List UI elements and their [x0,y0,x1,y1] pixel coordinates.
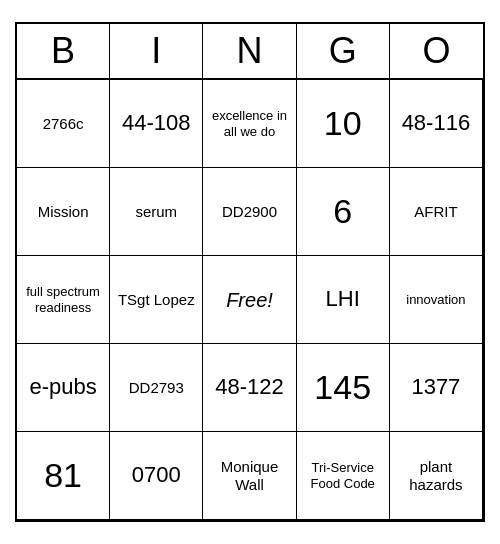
bingo-cell: DD2793 [110,344,203,432]
header-letter: G [297,24,390,78]
bingo-cell: 145 [297,344,390,432]
bingo-cell: e-pubs [17,344,110,432]
bingo-cell: AFRIT [390,168,483,256]
bingo-cell: excellence in all we do [203,80,296,168]
bingo-cell: Free! [203,256,296,344]
bingo-cell: plant hazards [390,432,483,520]
bingo-cell: Tri-Service Food Code [297,432,390,520]
bingo-cell: 6 [297,168,390,256]
bingo-cell: 10 [297,80,390,168]
bingo-cell: DD2900 [203,168,296,256]
bingo-header: BINGO [17,24,483,80]
header-letter: O [390,24,483,78]
bingo-cell: Monique Wall [203,432,296,520]
bingo-cell: serum [110,168,203,256]
bingo-cell: 81 [17,432,110,520]
bingo-cell: 44-108 [110,80,203,168]
header-letter: B [17,24,110,78]
bingo-cell: Mission [17,168,110,256]
header-letter: I [110,24,203,78]
bingo-cell: 2766c [17,80,110,168]
bingo-cell: LHI [297,256,390,344]
header-letter: N [203,24,296,78]
bingo-grid: 2766c44-108excellence in all we do1048-1… [17,80,483,520]
bingo-cell: 0700 [110,432,203,520]
bingo-card: BINGO 2766c44-108excellence in all we do… [15,22,485,522]
bingo-cell: 1377 [390,344,483,432]
bingo-cell: 48-116 [390,80,483,168]
bingo-cell: 48-122 [203,344,296,432]
bingo-cell: TSgt Lopez [110,256,203,344]
bingo-cell: full spectrum readiness [17,256,110,344]
bingo-cell: innovation [390,256,483,344]
